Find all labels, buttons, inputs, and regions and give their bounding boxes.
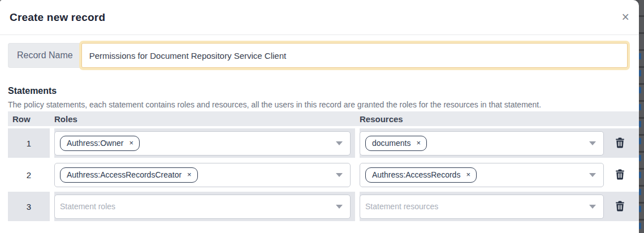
chevron-down-icon	[589, 205, 596, 209]
table-header-row: Row Roles Resources	[8, 111, 639, 126]
row-number-cell: 2	[8, 160, 54, 189]
trash-icon	[615, 137, 625, 148]
tag-label: Authress:Owner	[67, 139, 123, 148]
tag-remove-icon[interactable]: ×	[416, 139, 421, 146]
chevron-down-icon	[589, 173, 596, 177]
record-name-input[interactable]	[81, 43, 628, 68]
column-header-actions	[608, 111, 639, 126]
statement-row: 1 Authress:Owner× documents×	[8, 128, 639, 158]
column-header-roles: Roles	[54, 111, 360, 126]
resources-placeholder: Statement resources	[365, 202, 438, 211]
roles-placeholder: Statement roles	[60, 202, 115, 211]
roles-select[interactable]: Authress:Owner×	[54, 131, 351, 156]
column-header-row: Row	[8, 111, 54, 126]
tag-label: Authress:AccessRecords	[372, 170, 460, 179]
resources-select[interactable]: documents×	[360, 131, 604, 156]
delete-row-button[interactable]	[614, 136, 626, 149]
chevron-down-icon	[589, 141, 596, 145]
create-record-modal: Create new record × Record Name Statemen…	[0, 0, 639, 233]
close-icon[interactable]: ×	[622, 11, 629, 24]
tag-label: Authress:AccessRecordsCreator	[67, 170, 181, 179]
modal-header: Create new record ×	[0, 0, 639, 35]
tag-remove-icon[interactable]: ×	[466, 171, 470, 178]
roles-select[interactable]: Statement roles	[54, 195, 351, 219]
delete-row-button[interactable]	[614, 200, 626, 213]
selected-tag: Authress:AccessRecords×	[365, 167, 477, 183]
selected-tag: Authress:AccessRecordsCreator×	[60, 167, 198, 183]
row-number-cell: 1	[8, 128, 54, 158]
selected-tag: documents×	[365, 136, 427, 151]
chevron-down-icon	[336, 205, 343, 209]
resources-select[interactable]: Authress:AccessRecords×	[360, 163, 604, 187]
statement-row: 2 Authress:AccessRecordsCreator× Authres…	[8, 160, 639, 189]
delete-row-button[interactable]	[614, 168, 626, 181]
record-name-label: Record Name	[8, 43, 81, 68]
tag-label: documents	[372, 139, 410, 148]
chevron-down-icon	[336, 173, 343, 177]
tag-remove-icon[interactable]: ×	[129, 139, 133, 146]
modal-body: Record Name Statements The policy statem…	[0, 35, 639, 223]
chevron-down-icon	[336, 141, 343, 145]
roles-select[interactable]: Authress:AccessRecordsCreator×	[54, 163, 351, 187]
trash-icon	[615, 201, 625, 212]
statements-description: The policy statements, each statement co…	[8, 100, 631, 109]
trash-icon	[615, 169, 625, 180]
statement-row: 3 Statement roles Statement resources	[8, 192, 639, 221]
resources-select[interactable]: Statement resources	[360, 195, 604, 219]
record-name-group: Record Name	[8, 43, 630, 68]
statements-heading: Statements	[8, 86, 631, 96]
column-header-resources: Resources	[360, 111, 608, 126]
tag-remove-icon[interactable]: ×	[187, 171, 192, 178]
background-page-strip	[639, 0, 644, 233]
row-number-cell: 3	[8, 192, 54, 221]
modal-title: Create new record	[10, 11, 105, 24]
selected-tag: Authress:Owner×	[60, 136, 140, 151]
statements-table: Row Roles Resources 1 Authress:Owner× do…	[8, 109, 639, 223]
